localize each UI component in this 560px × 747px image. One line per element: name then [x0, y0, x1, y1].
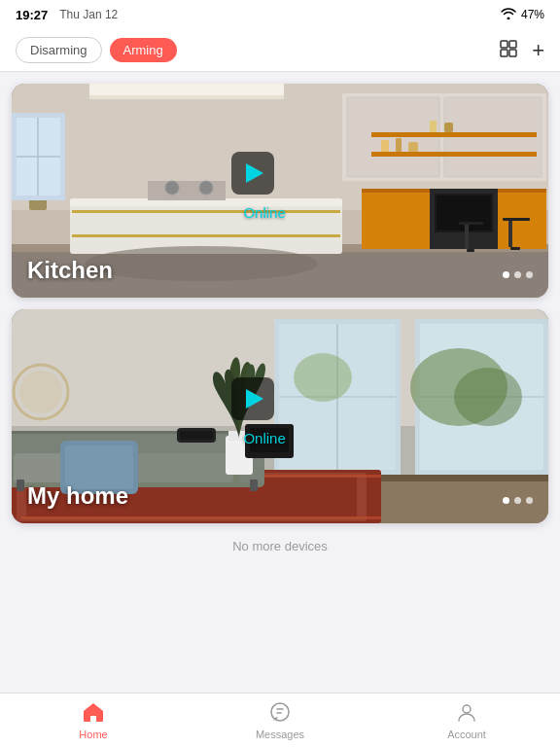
svg-rect-74 — [17, 480, 24, 491]
play-triangle-myhome — [246, 389, 263, 409]
svg-point-77 — [19, 371, 62, 413]
tab-home[interactable]: Home — [0, 701, 187, 740]
home-tab-icon — [82, 701, 105, 727]
camera-label-kitchen: Kitchen — [27, 257, 113, 284]
svg-rect-10 — [70, 200, 342, 254]
svg-rect-35 — [503, 218, 530, 221]
svg-rect-13 — [72, 234, 340, 237]
play-button-myhome[interactable] — [231, 377, 274, 420]
svg-rect-31 — [437, 196, 491, 231]
svg-point-57 — [454, 368, 522, 426]
svg-rect-12 — [72, 210, 340, 213]
svg-rect-2 — [501, 50, 508, 56]
tab-messages[interactable]: Messages — [187, 701, 373, 740]
status-date: Thu Jan 12 — [59, 8, 118, 21]
camera-dots-kitchen — [503, 271, 533, 278]
svg-rect-22 — [371, 152, 537, 157]
tab-bar: Home Messages Account — [0, 693, 560, 747]
svg-rect-65 — [21, 516, 381, 519]
home-tab-label: Home — [79, 729, 107, 740]
svg-point-84 — [463, 705, 471, 713]
status-right: 47% — [501, 8, 544, 22]
arm-buttons: Disarming Arming — [16, 37, 177, 63]
camera-card-myhome[interactable]: Online My home — [12, 309, 548, 523]
svg-point-15 — [165, 181, 179, 195]
svg-rect-23 — [371, 132, 537, 137]
dot-1b — [503, 497, 509, 504]
grid-view-icon[interactable] — [499, 39, 518, 62]
svg-rect-33 — [465, 225, 469, 249]
svg-rect-32 — [459, 222, 483, 225]
play-button-kitchen[interactable] — [231, 152, 274, 195]
camera-card-kitchen[interactable]: Online Kitchen — [12, 84, 548, 298]
svg-rect-1 — [509, 41, 516, 48]
top-bar-icons: + — [499, 38, 544, 63]
messages-tab-label: Messages — [256, 729, 304, 740]
svg-rect-37 — [510, 247, 520, 250]
play-triangle — [246, 163, 263, 183]
svg-rect-14 — [148, 181, 226, 200]
svg-rect-3 — [509, 50, 516, 56]
svg-point-58 — [294, 353, 352, 402]
disarming-button[interactable]: Disarming — [16, 37, 102, 63]
svg-rect-28 — [444, 123, 453, 132]
top-bar: Disarming Arming + — [0, 29, 560, 72]
online-badge-kitchen: Online — [243, 204, 285, 221]
dot-3 — [526, 271, 533, 278]
camera-dots-myhome — [503, 497, 533, 504]
svg-rect-25 — [396, 138, 402, 152]
svg-rect-70 — [126, 453, 233, 482]
account-tab-icon — [456, 701, 477, 727]
camera-label-myhome: My home — [27, 482, 128, 510]
dot-2b — [514, 497, 521, 504]
no-more-devices: No more devices — [12, 535, 548, 561]
online-badge-myhome: Online — [243, 430, 285, 446]
svg-rect-24 — [381, 140, 389, 152]
main-content: Online Kitchen — [0, 72, 560, 687]
dot-3b — [526, 497, 533, 504]
svg-rect-6 — [89, 84, 284, 95]
svg-rect-7 — [89, 95, 284, 99]
svg-rect-34 — [467, 249, 474, 252]
add-icon[interactable]: + — [532, 38, 544, 63]
status-time: 19:27 — [16, 8, 48, 22]
svg-point-46 — [85, 246, 318, 281]
battery-icon: 47% — [521, 8, 544, 21]
dot-2 — [514, 271, 521, 278]
tab-account[interactable]: Account — [373, 701, 560, 740]
svg-rect-81 — [180, 431, 213, 440]
svg-point-16 — [199, 181, 213, 195]
messages-tab-icon — [269, 701, 291, 727]
dot-1 — [503, 271, 509, 278]
status-bar: 19:27 Thu Jan 12 47% — [0, 0, 560, 29]
account-tab-label: Account — [447, 729, 486, 740]
wifi-icon — [501, 8, 516, 22]
arming-button[interactable]: Arming — [110, 38, 177, 62]
svg-rect-0 — [501, 41, 508, 48]
svg-rect-75 — [250, 480, 258, 491]
svg-rect-27 — [430, 121, 437, 132]
svg-rect-26 — [408, 142, 418, 152]
svg-rect-36 — [508, 221, 512, 247]
